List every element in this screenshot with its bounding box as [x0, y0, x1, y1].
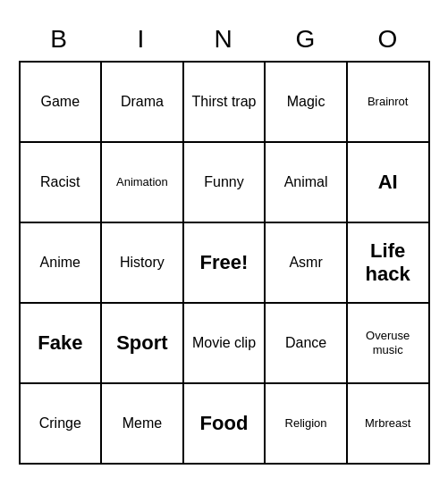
cell-0-3: Magic: [266, 63, 348, 141]
cell-2-4: Life hack: [348, 223, 428, 302]
cell-2-0: Anime: [21, 223, 103, 302]
bingo-grid: GameDramaThirst trapMagicBrainrotRacistA…: [19, 61, 430, 465]
cell-0-2: Thirst trap: [184, 63, 266, 141]
cell-3-0: Fake: [21, 304, 103, 382]
cell-3-2: Movie clip: [184, 304, 266, 382]
cell-1-2: Funny: [184, 143, 266, 222]
cell-2-3: Asmr: [266, 223, 348, 302]
cell-1-1: Animation: [102, 143, 184, 222]
cell-0-4: Brainrot: [348, 63, 428, 141]
cell-4-0: Cringe: [21, 384, 103, 463]
header-letter-O: O: [348, 21, 430, 61]
cell-0-0: Game: [21, 63, 103, 141]
grid-row-3: FakeSportMovie clipDanceOveruse music: [21, 304, 428, 384]
cell-4-1: Meme: [102, 384, 184, 463]
cell-2-2: Free!: [184, 223, 266, 302]
header-letter-N: N: [183, 21, 266, 61]
cell-2-1: History: [102, 223, 184, 302]
header-letter-B: B: [19, 21, 101, 61]
grid-row-1: RacistAnimationFunnyAnimalAI: [21, 143, 428, 223]
cell-4-2: Food: [184, 384, 266, 463]
cell-3-4: Overuse music: [348, 304, 428, 382]
cell-3-3: Dance: [266, 304, 348, 382]
header-letter-G: G: [266, 21, 348, 61]
cell-1-3: Animal: [266, 143, 348, 222]
grid-row-2: AnimeHistoryFree!AsmrLife hack: [21, 223, 428, 304]
bingo-header: BINGO: [19, 21, 430, 61]
cell-4-3: Religion: [266, 384, 348, 463]
cell-1-4: AI: [348, 143, 428, 222]
cell-3-1: Sport: [102, 304, 184, 382]
cell-4-4: Mrbreast: [348, 384, 428, 463]
grid-row-0: GameDramaThirst trapMagicBrainrot: [21, 63, 428, 143]
cell-0-1: Drama: [102, 63, 184, 141]
grid-row-4: CringeMemeFoodReligionMrbreast: [21, 384, 428, 463]
bingo-container: BINGO GameDramaThirst trapMagicBrainrotR…: [10, 13, 439, 473]
header-letter-I: I: [101, 21, 183, 61]
cell-1-0: Racist: [21, 143, 103, 222]
